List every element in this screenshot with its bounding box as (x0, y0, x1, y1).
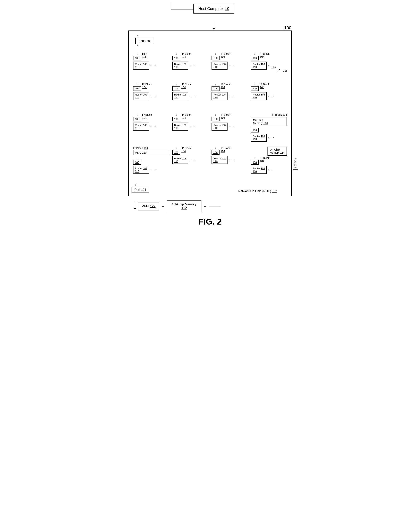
cell-1-3: ↓ 106 IP Block 104 Router 108110 ← → (249, 81, 288, 112)
port-130-box: Port 130 (135, 38, 153, 44)
router-2-0: Router 108110 (133, 122, 149, 131)
router-0-2: Router 108110 (211, 61, 227, 70)
cell-2-3: IP Block 104 On-ChipMemory 116 106 Route… (249, 112, 288, 145)
cell-2-2: ↓ 106 IP Block 104 Router 108110 ← → (210, 112, 249, 145)
router-2-3: Router 108110 (251, 134, 267, 142)
router-3-3: Router 108110 (251, 166, 267, 174)
ni-0-3: 106 (251, 56, 259, 61)
ni-3-3: 106 (251, 160, 259, 165)
port-130-ref: 130 (145, 39, 150, 43)
cell-0-2: ↓ 106 IP Block 104 Router 108110 ← → (210, 51, 249, 81)
cell-1-0: ↓ 106 IP Block 104 Router 108110 ← → (132, 81, 171, 112)
cell-3-3: On-ChipMemory 114 ↕ 106 IP Block 104 Rou… (249, 145, 288, 181)
router-1-1: Router 108110 (172, 92, 188, 100)
ni-3-0: 106 (133, 160, 141, 165)
router-2-1: Router 108110 (172, 122, 188, 131)
figure-label: FIG. 2 (128, 217, 292, 227)
ni-1-3: 106 (251, 86, 259, 91)
cell-0-0: ↓ 106 HIP 128 Router 108110 ← → (132, 51, 171, 81)
cell-2-0: ↓ 106 IP Block 104 Router 108110 ← → (132, 112, 171, 145)
ni-0-2: 106 (211, 56, 219, 61)
mmu-122-box: MMU 122 (138, 202, 159, 210)
diagram: Host Computer 10 100 ↕ Port 130 ↕ ↓ (128, 4, 292, 227)
ni-1-1: 106 (172, 86, 180, 91)
port-126-box: Port 126 (293, 156, 298, 170)
cell-0-1: ↓ 106 IP Block 104 Router 108110 ← → (171, 51, 210, 81)
cell-3-1: ↓ 106 IP Block 104 Router 108110 ← → (171, 145, 210, 181)
router-1-0: Router 108110 (133, 92, 149, 100)
ni-2-0: 106 (133, 117, 141, 122)
noc-chip: 100 ↕ Port 130 ↕ ↓ 106 (128, 30, 292, 196)
noc-ref-100: 100 (284, 25, 291, 30)
cell-1-1: ↓ 106 IP Block 104 Router 108110 ← → (171, 81, 210, 112)
ni-1-2: 106 (211, 86, 219, 91)
cell-0-3: ↓ 106 IP Block 104 Router 108110 ← 118 (249, 51, 288, 81)
ni-0-0: 106 (133, 56, 141, 61)
port-124-box: Port 124 (132, 187, 149, 193)
host-computer-box: Host Computer 10 (193, 4, 234, 14)
cell-3-2: ↓ 106 IP Block 104 Router 108110 ← → (210, 145, 249, 181)
router-1-3: Router 108110 (251, 92, 267, 100)
router-0-0: Router 108110 (133, 61, 149, 70)
router-0-1: Router 108110 (172, 61, 188, 70)
ni-2-2: 106 (211, 117, 219, 122)
cell-3-0: IP Block 104 MMU 120 ↓ 106 Router 108110… (132, 145, 171, 181)
router-3-0: Router 108110 (133, 166, 149, 174)
ni-2-3: 106 (251, 128, 259, 132)
router-3-2: Router 108110 (211, 156, 227, 164)
ni-2-1: 106 (172, 117, 180, 122)
cell-2-1: ↓ 106 IP Block 104 Router 108110 ← → (171, 112, 210, 145)
offchip-memory-box: Off-Chip Memory112 (167, 200, 202, 212)
ni-3-2: 106 (211, 150, 219, 155)
router-2-2: Router 108110 (211, 122, 227, 131)
ni-3-1: 106 (172, 150, 180, 155)
router-3-1: Router 108110 (172, 156, 188, 164)
cell-1-2: ↓ 106 IP Block 104 Router 108110 ← → (210, 81, 249, 112)
host-ref: 10 (225, 7, 229, 11)
noc-label: Network On Chip (NOC) 102 (238, 190, 288, 193)
router-1-2: Router 108110 (211, 92, 227, 100)
ni-1-0: 106 (133, 86, 141, 91)
router-0-3: Router 108110 (251, 61, 267, 70)
ni-0-1: 106 (172, 56, 180, 61)
